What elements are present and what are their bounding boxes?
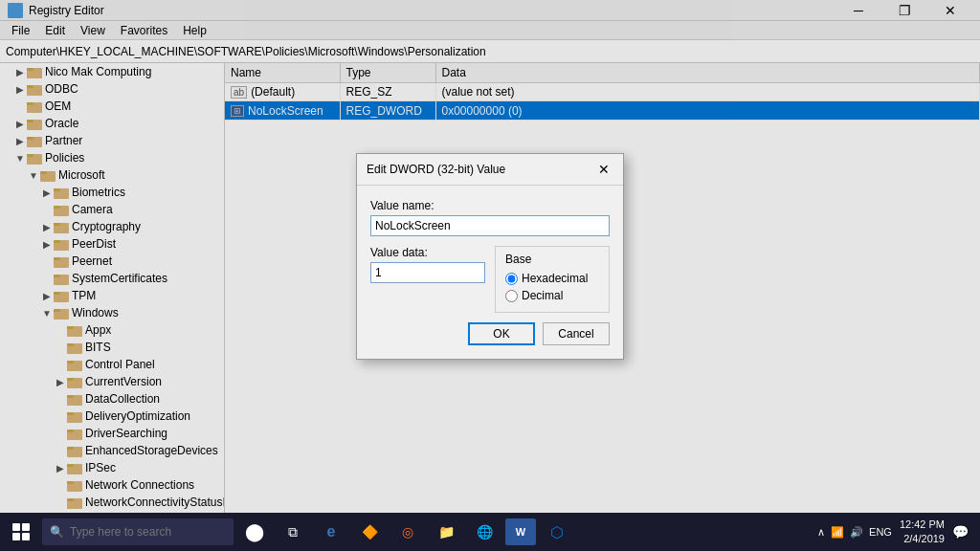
data-base-row: Value data: Base Hexadecimal Decimal bbox=[370, 246, 610, 313]
network-icon: 📶 bbox=[831, 526, 844, 539]
edge-icon[interactable]: e bbox=[314, 515, 348, 549]
base-label: Base bbox=[505, 253, 599, 266]
dialog-title-text: Edit DWORD (32-bit) Value bbox=[367, 163, 505, 176]
taskbar-right: ∧ 📶 🔊 ENG 12:42 PM 2/4/2019 💬 bbox=[817, 518, 976, 547]
vlc-icon[interactable]: 🔶 bbox=[352, 515, 387, 549]
origin-icon[interactable]: ◎ bbox=[390, 515, 425, 549]
up-arrow-icon[interactable]: ∧ bbox=[817, 526, 825, 539]
hexadecimal-label: Hexadecimal bbox=[522, 272, 588, 285]
chrome-icon[interactable]: 🌐 bbox=[467, 515, 501, 549]
base-group: Base Hexadecimal Decimal bbox=[495, 246, 610, 313]
task-view-icon[interactable]: ⧉ bbox=[276, 515, 310, 549]
clock: 12:42 PM 2/4/2019 bbox=[900, 518, 945, 547]
dialog-title-bar: Edit DWORD (32-bit) Value ✕ bbox=[357, 154, 623, 186]
dialog-body: Value name: Value data: Base Hexadecimal bbox=[357, 186, 623, 359]
value-data-input[interactable] bbox=[370, 262, 485, 283]
ok-button[interactable]: OK bbox=[468, 322, 535, 345]
search-bar[interactable]: 🔍 bbox=[42, 518, 234, 545]
cancel-button[interactable]: Cancel bbox=[543, 322, 610, 345]
hexadecimal-radio[interactable]: Hexadecimal bbox=[505, 272, 599, 285]
tray-icons: ∧ 📶 🔊 ENG bbox=[817, 526, 892, 539]
dialog-close-button[interactable]: ✕ bbox=[594, 160, 613, 179]
word-icon[interactable]: W bbox=[505, 518, 536, 545]
modal-overlay: Edit DWORD (32-bit) Value ✕ Value name: … bbox=[0, 0, 980, 513]
search-icon: 🔍 bbox=[50, 525, 64, 539]
language-indicator: ENG bbox=[869, 526, 892, 538]
decimal-radio[interactable]: Decimal bbox=[505, 289, 599, 302]
decimal-label: Decimal bbox=[522, 289, 563, 302]
value-data-label: Value data: bbox=[370, 246, 485, 259]
value-name-input[interactable] bbox=[370, 215, 610, 236]
vscode-icon[interactable]: ⬡ bbox=[540, 515, 574, 549]
value-name-field: Value name: bbox=[370, 199, 610, 236]
start-button[interactable] bbox=[4, 515, 38, 549]
date: 2/4/2019 bbox=[900, 532, 945, 546]
notifications-icon[interactable]: 💬 bbox=[952, 524, 969, 540]
windows-logo bbox=[12, 523, 30, 540]
value-name-label: Value name: bbox=[370, 199, 610, 212]
folder-icon[interactable]: 📁 bbox=[429, 515, 463, 549]
value-data-col: Value data: bbox=[370, 246, 485, 313]
search-input[interactable] bbox=[70, 525, 226, 539]
cortana-icon[interactable]: ⬤ bbox=[237, 515, 272, 549]
edit-dword-dialog: Edit DWORD (32-bit) Value ✕ Value name: … bbox=[356, 153, 624, 360]
taskbar: 🔍 ⬤ ⧉ e 🔶 ◎ 📁 🌐 W ⬡ ∧ 📶 🔊 ENG 12:42 PM 2… bbox=[0, 513, 980, 551]
dialog-buttons: OK Cancel bbox=[370, 322, 610, 345]
volume-icon: 🔊 bbox=[850, 526, 863, 539]
time: 12:42 PM bbox=[900, 518, 945, 532]
decimal-radio-input[interactable] bbox=[505, 290, 518, 302]
hexadecimal-radio-input[interactable] bbox=[505, 273, 518, 285]
